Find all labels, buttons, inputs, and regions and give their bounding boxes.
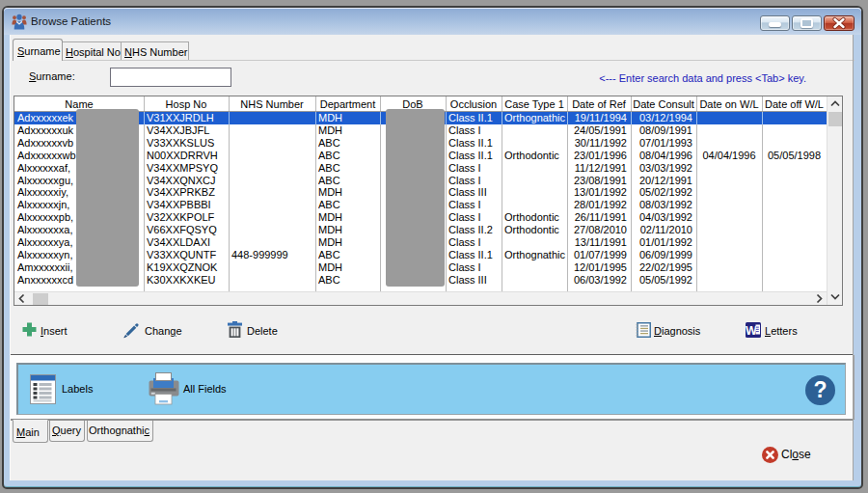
svg-text:W: W: [746, 324, 757, 338]
